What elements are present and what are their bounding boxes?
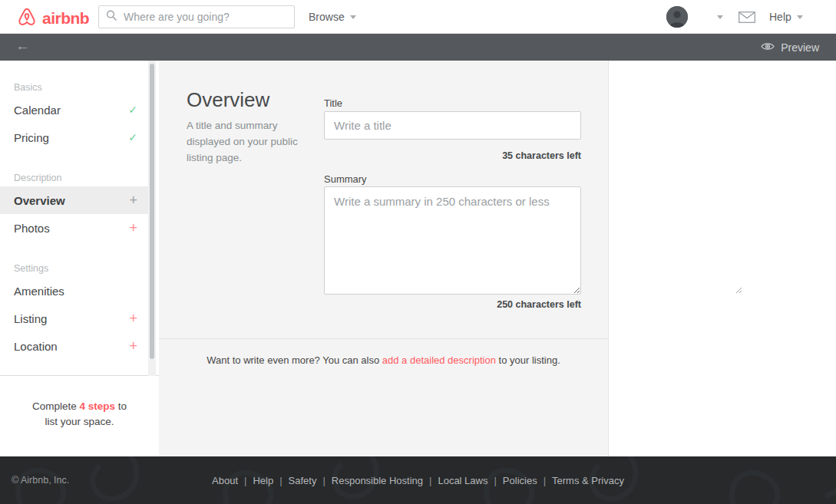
resize-grip-icon[interactable] (735, 283, 742, 297)
plus-icon: + (129, 222, 137, 234)
note-text: Complete (32, 400, 80, 412)
sidebar-item-label: Overview (14, 194, 65, 207)
plus-icon: + (129, 340, 137, 352)
footer-link-separator: | (429, 475, 431, 486)
help-label: Help (769, 11, 791, 23)
sidebar-item-overview[interactable]: Overview+ (0, 186, 148, 214)
sidebar-section: Description Overview+Photos+ (0, 151, 159, 242)
footer-link-separator: | (244, 475, 246, 486)
chevron-down-icon (350, 15, 356, 19)
plus-icon: + (129, 194, 137, 206)
summary-field-label: Summary (324, 173, 367, 185)
browse-menu[interactable]: Browse (309, 0, 356, 34)
footer-link-policies[interactable]: Policies (503, 475, 537, 486)
summary-character-counter: 250 characters left (324, 299, 581, 310)
chevron-down-icon (797, 15, 803, 19)
browse-label: Browse (309, 11, 345, 23)
back-arrow-button[interactable]: ← (15, 38, 30, 54)
sidebar-sections: Basics Calendar✓Pricing✓ Description Ove… (0, 61, 159, 360)
search-box[interactable] (98, 5, 295, 28)
sidebar-item-label: Listing (14, 312, 47, 325)
sidebar-section-heading: Settings (0, 262, 159, 275)
preview-button[interactable]: Preview (761, 34, 819, 61)
sidebar-section-list: AmenitiesListing+Location+ (0, 277, 159, 360)
airbnb-logo[interactable]: airbnb (17, 6, 89, 30)
overview-form-panel: Overview A title and summary displayed o… (159, 61, 609, 456)
sidebar-section-heading: Basics (0, 81, 159, 94)
footer-link-separator: | (494, 475, 496, 486)
footer-links: About|Help|Safety|Responsible Hosting|Lo… (0, 456, 836, 504)
steps-remaining-note: Complete 4 steps to list your space. (0, 399, 159, 430)
sidebar-section-list: Overview+Photos+ (0, 186, 159, 242)
sidebar-section-heading: Description (0, 171, 159, 185)
footer-link-terms-privacy[interactable]: Terms & Privacy (552, 475, 624, 486)
title-input[interactable] (324, 111, 581, 140)
footer-link-responsible-hosting[interactable]: Responsible Hosting (332, 475, 423, 486)
top-navbar: airbnb Browse Help (0, 0, 836, 34)
note-text: to (115, 400, 127, 412)
sidebar-item-label: Calendar (14, 104, 61, 117)
search-input[interactable] (124, 11, 287, 23)
footer-link-about[interactable]: About (212, 475, 238, 486)
add-detailed-description-link[interactable]: add a detailed description (382, 354, 496, 366)
note-post: to your listing. (496, 354, 560, 366)
section-description: A title and summary displayed on your pu… (187, 117, 302, 166)
sidebar-item-label: Location (14, 340, 58, 353)
avatar[interactable] (666, 6, 688, 28)
account-chevron-down-icon[interactable] (717, 15, 723, 19)
footer-link-separator: | (279, 475, 282, 486)
editor-toolbar: ← Preview (0, 34, 836, 61)
sidebar-item-label: Photos (14, 222, 50, 235)
footer-link-local-laws[interactable]: Local Laws (438, 475, 487, 486)
title-character-counter: 35 characters left (324, 150, 581, 161)
sidebar-section: Settings AmenitiesListing+Location+ (0, 242, 159, 360)
footer-link-separator: | (544, 475, 546, 486)
eye-icon (761, 41, 775, 54)
check-icon: ✓ (128, 131, 137, 143)
plus-icon: + (129, 312, 137, 324)
footer-link-safety[interactable]: Safety (289, 475, 317, 486)
footer-link-separator: | (322, 475, 325, 486)
search-icon (106, 10, 117, 25)
airbnb-wordmark: airbnb (42, 9, 89, 28)
footer-link-help[interactable]: Help (253, 475, 273, 486)
steps-sidebar: Basics Calendar✓Pricing✓ Description Ove… (0, 61, 159, 376)
sidebar-section-list: Calendar✓Pricing✓ (0, 96, 159, 151)
steps-count-highlight: 4 steps (79, 400, 115, 412)
detailed-description-note: Want to write even more? You can also ad… (159, 354, 608, 366)
sidebar-item-pricing[interactable]: Pricing✓ (0, 124, 148, 151)
sidebar-item-label: Pricing (14, 131, 49, 144)
help-menu[interactable]: Help (769, 0, 803, 34)
sidebar-scrollbar-thumb[interactable] (150, 64, 154, 359)
footer: © Airbnb, Inc. About|Help|Safety|Respons… (0, 456, 836, 504)
preview-label: Preview (781, 41, 819, 54)
sidebar-item-calendar[interactable]: Calendar✓ (0, 96, 148, 124)
sidebar-item-photos[interactable]: Photos+ (0, 214, 148, 242)
section-divider (159, 338, 608, 339)
summary-textarea[interactable] (324, 186, 581, 295)
page-title: Overview (187, 88, 269, 112)
note-text-line2: list your space. (45, 416, 114, 427)
sidebar-item-amenities[interactable]: Amenities (0, 277, 148, 305)
airbnb-belo-icon (17, 6, 37, 30)
messages-envelope-icon[interactable] (739, 12, 755, 26)
sidebar-item-listing[interactable]: Listing+ (0, 305, 148, 332)
check-icon: ✓ (128, 104, 137, 116)
sidebar-item-location[interactable]: Location+ (0, 332, 148, 360)
sidebar-section: Basics Calendar✓Pricing✓ (0, 61, 159, 151)
note-pre: Want to write even more? You can also (207, 354, 382, 366)
sidebar-item-label: Amenities (14, 285, 64, 298)
title-field-label: Title (324, 97, 342, 109)
